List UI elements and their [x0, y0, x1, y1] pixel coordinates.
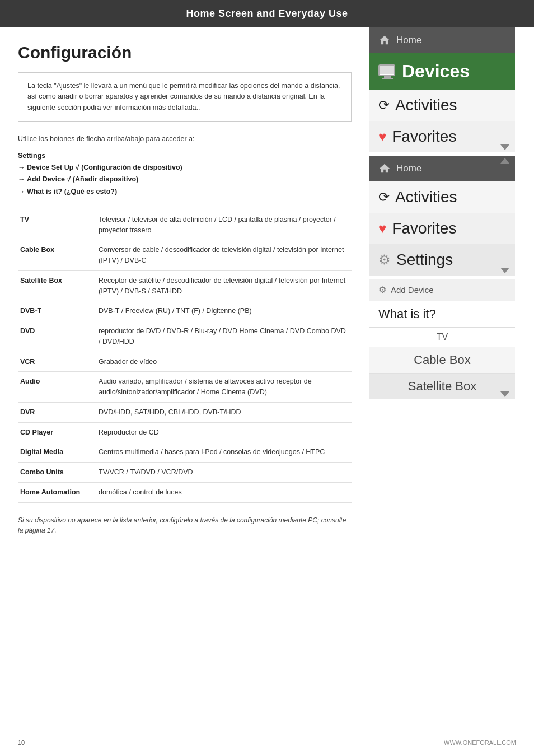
sidebar-item-activities1[interactable]: ⟳ Activities	[369, 90, 515, 121]
table-row: AudioAudio variado, amplificador / siste…	[18, 372, 352, 403]
sidebar-item-add-device[interactable]: ⚙ Add Device	[369, 279, 515, 301]
home2-label: Home	[396, 163, 421, 174]
table-row: DVRDVD/HDD, SAT/HDD, CBL/HDD, DVB-T/HDD	[18, 402, 352, 422]
intro-text: La tecla "Ajustes" le llevará a un menú …	[27, 82, 340, 111]
table-row: Home Automationdomótica / control de luc…	[18, 482, 352, 502]
tv-label: TV	[437, 332, 448, 342]
device-desc: DVB-T / Freeview (RU) / TNT (F) / Digite…	[96, 301, 352, 321]
sidebar-item-home1[interactable]: Home	[369, 27, 515, 53]
panel-mid: Home ⟳ Activities ♥ Favorites ⚙ Settings	[369, 156, 515, 276]
device-name: Combo Units	[18, 463, 96, 483]
sidebar-item-satellite-box[interactable]: Satellite Box	[369, 374, 515, 399]
device-desc: Centros multimedia / bases para i-Pod / …	[96, 442, 352, 463]
add-device-label: Add Device	[391, 285, 434, 295]
table-row: Digital MediaCentros multimedia / bases …	[18, 442, 352, 463]
header-title: Home Screen and Everyday Use	[186, 8, 348, 19]
sidebar-item-home2[interactable]: Home	[369, 156, 515, 181]
website-footer: WWW.ONEFORALL.COM	[444, 739, 516, 746]
sidebar-item-cable-box[interactable]: Cable Box	[369, 347, 515, 374]
table-row: Combo UnitsTV/VCR / TV/DVD / VCR/DVD	[18, 463, 352, 483]
home1-label: Home	[396, 35, 421, 46]
page-title: Configuración	[18, 43, 352, 62]
device-desc: TV/VCR / TV/DVD / VCR/DVD	[96, 463, 352, 483]
device-name: Home Automation	[18, 482, 96, 502]
arrow-item-1: → Device Set Up √ (Configuración de disp…	[18, 162, 352, 174]
activities-icon: ⟳	[378, 97, 390, 113]
page-number: 10	[18, 739, 25, 746]
satellite-box-label: Satellite Box	[408, 379, 476, 394]
favorites2-label: Favorites	[392, 220, 456, 237]
device-icon	[378, 64, 396, 79]
footnote: Si su dispositivo no aparece en la lista…	[18, 515, 352, 535]
device-desc: Televisor / televisor de alta definición…	[96, 210, 352, 240]
home-icon	[378, 34, 391, 46]
favorites-icon1: ♥	[378, 129, 386, 144]
panel-bot: ⚙ Add Device What is it? TV Cable Box Sa…	[369, 279, 515, 399]
device-name: DVR	[18, 402, 96, 422]
table-row: VCRGrabador de vídeo	[18, 352, 352, 372]
device-desc: Audio variado, amplificador / sistema de…	[96, 372, 352, 403]
settings-label: Settings	[18, 152, 45, 160]
page-header: Home Screen and Everyday Use	[0, 0, 534, 27]
left-content: Configuración La tecla "Ajustes" le llev…	[0, 27, 369, 558]
util-text: Utilice los botones de flecha arriba/aba…	[18, 134, 352, 144]
table-row: CD PlayerReproductor de CD	[18, 422, 352, 442]
home2-icon	[378, 162, 391, 175]
device-desc: Conversor de cable / descodificador de t…	[96, 240, 352, 271]
device-desc: domótica / control de luces	[96, 482, 352, 502]
sidebar-item-what-is-it[interactable]: What is it?	[369, 301, 515, 328]
right-sidebar: Home Devices ⟳ Activities	[369, 27, 515, 558]
arrow-item-2: → Add Device √ (Añadir dispositivo)	[18, 174, 352, 185]
device-desc: Reproductor de CD	[96, 422, 352, 442]
device-name: Digital Media	[18, 442, 96, 463]
settings-label: Settings	[396, 251, 453, 269]
arrow-item-3: → What is it? (¿Qué es esto?)	[18, 186, 352, 198]
intro-box: La tecla "Ajustes" le llevará a un menú …	[18, 72, 352, 122]
table-row: DVDreproductor de DVD / DVD-R / Blu-ray …	[18, 321, 352, 352]
device-name: VCR	[18, 352, 96, 372]
settings-list: Settings → Device Set Up √ (Configuració…	[18, 150, 352, 198]
sidebar-item-favorites2[interactable]: ♥ Favorites	[369, 213, 515, 244]
what-is-it-label: What is it?	[378, 307, 436, 321]
cable-box-label: Cable Box	[414, 353, 471, 367]
table-row: DVB-TDVB-T / Freeview (RU) / TNT (F) / D…	[18, 301, 352, 321]
panel-top: Home Devices ⟳ Activities	[369, 27, 515, 152]
device-name: TV	[18, 210, 96, 240]
activities2-label: Activities	[395, 188, 457, 206]
chevron-up-icon	[500, 158, 509, 164]
sidebar-item-settings[interactable]: ⚙ Settings	[369, 244, 515, 276]
chevron-down-icon	[500, 144, 509, 150]
device-name: DVB-T	[18, 301, 96, 321]
device-name: Satellite Box	[18, 270, 96, 301]
device-desc: Receptor de satélite / descodificador de…	[96, 270, 352, 301]
svg-rect-1	[384, 76, 391, 78]
sidebar-item-devices[interactable]: Devices	[369, 53, 515, 90]
sidebar-item-tv[interactable]: TV	[369, 328, 515, 347]
device-desc: DVD/HDD, SAT/HDD, CBL/HDD, DVB-T/HDD	[96, 402, 352, 422]
table-row: Satellite BoxReceptor de satélite / desc…	[18, 270, 352, 301]
device-desc: Grabador de vídeo	[96, 352, 352, 372]
favorites1-label: Favorites	[392, 128, 456, 146]
table-row: Cable BoxConversor de cable / descodific…	[18, 240, 352, 271]
table-row: TVTelevisor / televisor de alta definici…	[18, 210, 352, 240]
chevron-down-icon3	[500, 391, 509, 397]
device-name: CD Player	[18, 422, 96, 442]
device-name: Cable Box	[18, 240, 96, 271]
svg-rect-2	[382, 78, 393, 79]
chevron-down-icon2	[500, 268, 509, 273]
svg-rect-3	[380, 66, 394, 74]
activities1-label: Activities	[395, 96, 457, 114]
sidebar-item-favorites1[interactable]: ♥ Favorites	[369, 121, 515, 152]
sidebar-item-activities2[interactable]: ⟳ Activities	[369, 181, 515, 213]
device-desc: reproductor de DVD / DVD-R / Blu-ray / D…	[96, 321, 352, 352]
device-table: TVTelevisor / televisor de alta definici…	[18, 210, 352, 503]
settings-icon: ⚙	[378, 252, 391, 268]
device-name: Audio	[18, 372, 96, 403]
device-name: DVD	[18, 321, 96, 352]
devices-label: Devices	[402, 61, 470, 82]
favorites2-icon: ♥	[378, 221, 386, 236]
activities2-icon: ⟳	[378, 189, 390, 205]
add-device-icon: ⚙	[378, 284, 386, 295]
